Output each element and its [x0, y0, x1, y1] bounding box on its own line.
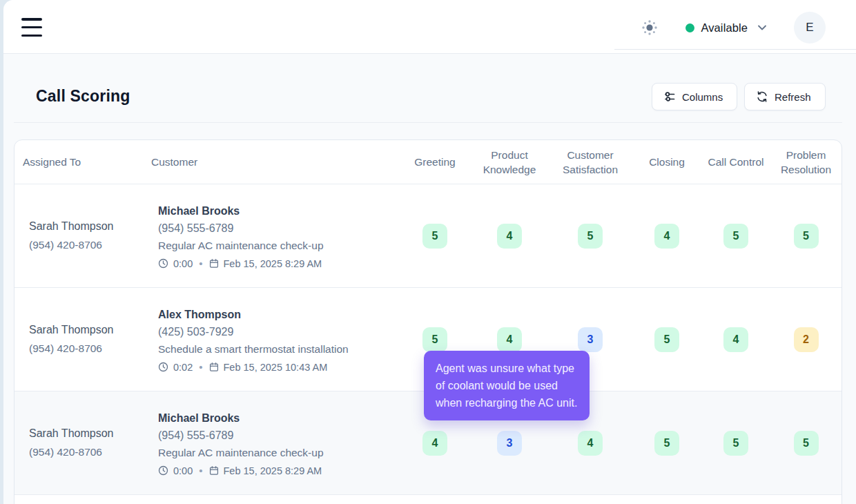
- calendar-icon: [209, 362, 219, 372]
- assigned-name: Sarah Thompson: [29, 220, 143, 233]
- call-scoring-table: Assigned To Customer Greeting Product Kn…: [14, 139, 842, 504]
- score-badge-customer-satisfaction[interactable]: 4: [578, 431, 603, 456]
- customer-name: Alex Thompson: [158, 309, 395, 321]
- column-header-product-knowledge: Product Knowledge: [471, 140, 548, 184]
- status-label: Available: [701, 21, 748, 35]
- avatar-initial: E: [806, 21, 813, 35]
- score-badge-greeting[interactable]: 5: [422, 224, 447, 249]
- customer-phone: (954) 555-6789: [158, 429, 395, 442]
- columns-sliders-icon: [663, 90, 676, 103]
- score-badge-customer-satisfaction[interactable]: 3: [578, 327, 603, 352]
- call-datetime: Feb 15, 2025 8:29 AM: [224, 258, 322, 269]
- column-header-call-control: Call Control: [701, 140, 770, 184]
- assigned-phone: (954) 420-8706: [29, 239, 143, 251]
- status-dot: [685, 23, 694, 32]
- column-header-problem-resolution: Problem Resolution: [770, 140, 842, 184]
- table-header-row: Assigned To Customer Greeting Product Kn…: [14, 140, 842, 184]
- columns-button[interactable]: Columns: [652, 83, 737, 110]
- score-badge-problem-resolution[interactable]: 5: [794, 224, 819, 249]
- assigned-name: Sarah Thompson: [29, 427, 143, 440]
- score-badge-problem-resolution[interactable]: 2: [794, 327, 819, 352]
- column-header-assigned-to: Assigned To: [14, 140, 143, 184]
- score-badge-call-control[interactable]: 5: [723, 224, 748, 249]
- score-badge-closing[interactable]: 5: [654, 327, 679, 352]
- top-bar: Available E: [3, 0, 856, 54]
- chevron-down-icon: [757, 22, 768, 33]
- clock-icon: [158, 258, 168, 269]
- call-description: Schedule a smart thermostat installation: [158, 343, 395, 356]
- topbar-right-divider: [614, 49, 856, 50]
- column-header-closing: Closing: [632, 140, 701, 184]
- score-badge-call-control[interactable]: 4: [723, 327, 748, 352]
- table-row[interactable]: [14, 495, 842, 504]
- calendar-icon: [209, 258, 219, 269]
- call-description: Regular AC maintenance check-up: [158, 240, 395, 252]
- assigned-phone: (954) 420-8706: [29, 446, 143, 458]
- page-title: Call Scoring: [36, 87, 130, 106]
- score-badge-product-knowledge[interactable]: 4: [497, 327, 522, 352]
- score-badge-customer-satisfaction[interactable]: 5: [578, 224, 603, 249]
- score-tooltip: Agent was unsure what type of coolant wo…: [424, 351, 590, 420]
- score-badge-problem-resolution[interactable]: 5: [794, 431, 819, 456]
- clock-icon: [158, 465, 168, 476]
- columns-button-label: Columns: [682, 91, 723, 103]
- column-header-customer-satisfaction: Customer Satisfaction: [548, 140, 632, 184]
- score-badge-closing[interactable]: 5: [654, 431, 679, 456]
- availability-dropdown[interactable]: Available: [685, 17, 768, 39]
- meta-separator: •: [197, 258, 204, 269]
- calendar-icon: [209, 465, 219, 476]
- column-header-customer: Customer: [143, 140, 399, 184]
- refresh-button-label: Refresh: [775, 91, 811, 103]
- score-badge-product-knowledge[interactable]: 4: [497, 224, 522, 249]
- meta-separator: •: [197, 465, 204, 476]
- customer-phone: (954) 555-6789: [158, 222, 395, 235]
- score-badge-call-control[interactable]: 5: [723, 431, 748, 456]
- call-duration: 0:00: [173, 258, 193, 269]
- score-badge-greeting[interactable]: 4: [422, 431, 447, 456]
- avatar[interactable]: E: [794, 12, 826, 43]
- menu-icon[interactable]: [21, 18, 42, 37]
- score-badge-product-knowledge[interactable]: 3: [497, 431, 522, 456]
- theme-toggle-sun-icon[interactable]: [641, 19, 658, 36]
- assigned-phone: (954) 420-8706: [29, 342, 143, 355]
- call-duration: 0:00: [173, 465, 193, 476]
- assigned-name: Sarah Thompson: [29, 324, 143, 336]
- customer-name: Michael Brooks: [158, 205, 395, 217]
- table-row[interactable]: Sarah Thompson (954) 420-8706 Michael Br…: [14, 184, 842, 288]
- refresh-icon: [756, 90, 768, 103]
- clock-icon: [158, 362, 168, 372]
- customer-phone: (425) 503-7929: [158, 326, 395, 338]
- call-datetime: Feb 15, 2025 10:43 AM: [224, 362, 328, 373]
- column-header-greeting: Greeting: [399, 140, 471, 184]
- score-badge-closing[interactable]: 4: [654, 224, 679, 249]
- call-datetime: Feb 15, 2025 8:29 AM: [224, 465, 322, 476]
- call-description: Regular AC maintenance check-up: [158, 447, 395, 459]
- refresh-button[interactable]: Refresh: [744, 83, 826, 110]
- section-divider: [14, 122, 842, 123]
- app-shell: Available E Call Scoring Columns Refresh: [3, 0, 856, 504]
- call-duration: 0:02: [173, 362, 193, 373]
- meta-separator: •: [197, 361, 204, 373]
- score-badge-greeting[interactable]: 5: [422, 327, 447, 352]
- customer-name: Michael Brooks: [158, 412, 395, 425]
